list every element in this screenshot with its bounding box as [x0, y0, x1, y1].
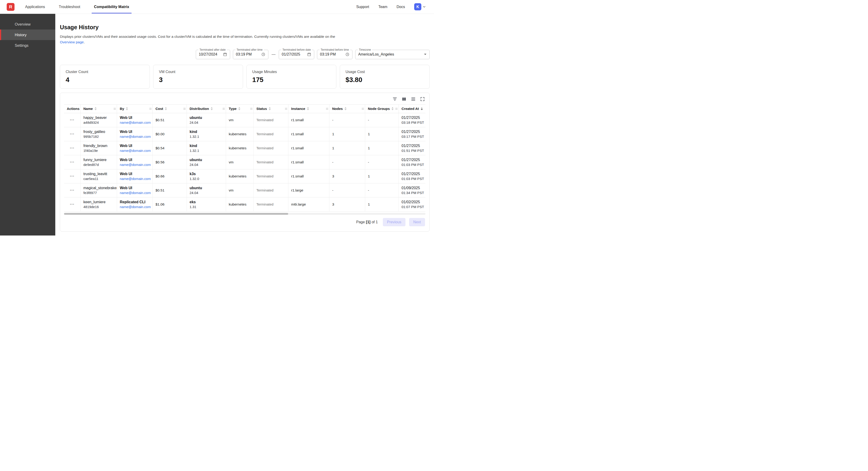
column-header[interactable]: Status: [254, 105, 288, 113]
column-resize-handle[interactable]: [114, 108, 116, 110]
created-by-email-link[interactable]: name@domain.com: [120, 205, 150, 209]
created-by-email-link[interactable]: name@domain.com: [120, 177, 150, 181]
column-header[interactable]: Nodes: [330, 105, 365, 113]
density-button[interactable]: [411, 96, 416, 101]
created-time: 01:51 PM PST: [402, 149, 426, 152]
column-header[interactable]: Cost: [153, 105, 187, 113]
column-header[interactable]: By: [117, 105, 153, 113]
stat-label: Usage Cost: [345, 70, 424, 74]
column-header[interactable]: Name: [81, 105, 117, 113]
chevron-down-icon[interactable]: [424, 54, 427, 55]
column-header[interactable]: Instance: [288, 105, 330, 113]
row-actions-button[interactable]: •••: [70, 160, 75, 164]
distribution-name: eks: [190, 200, 223, 204]
type-value: vm: [229, 118, 251, 122]
row-actions-button[interactable]: •••: [70, 118, 75, 122]
app-shell: R Applications Troubleshoot Compatibilit…: [0, 0, 434, 235]
nav-item-compatibility-matrix[interactable]: Compatibility Matrix: [92, 0, 131, 13]
filter-terminated-before-date[interactable]: Terminated before date 01/27/2025: [279, 50, 314, 59]
sort-icon: [344, 107, 347, 110]
column-header[interactable]: Type: [226, 105, 254, 113]
created-by-email-link[interactable]: name@domain.com: [120, 191, 150, 195]
scrollbar-thumb[interactable]: [64, 213, 288, 215]
sidebar-item-overview[interactable]: Overview: [0, 19, 55, 29]
row-actions-button[interactable]: •••: [70, 132, 75, 136]
table-row[interactable]: ••• friendly_brown 1f40a19e Web UI name@…: [64, 141, 426, 155]
nodes-value: 1: [332, 146, 362, 150]
columns-button[interactable]: [402, 96, 407, 101]
node-groups-value: -: [368, 160, 396, 164]
filter-bar: Terminated after date 10/27/2024 Termina…: [60, 50, 430, 59]
calendar-icon[interactable]: [307, 52, 311, 56]
column-resize-handle[interactable]: [395, 108, 398, 110]
cluster-name: funny_lumiere: [83, 158, 114, 162]
table-row[interactable]: ••• magical_stonebraker fe3f8977 Web UI …: [64, 183, 426, 198]
timezone-select[interactable]: Timezone America/Los_Angeles: [355, 50, 430, 59]
column-resize-handle[interactable]: [222, 108, 225, 110]
created-by-email-link[interactable]: name@domain.com: [120, 120, 150, 124]
filter-terminated-before-time[interactable]: Terminated before time 03:19 PM: [317, 50, 352, 59]
previous-button[interactable]: Previous: [383, 218, 405, 226]
stats-row: Cluster Count 4 VM Count 3 Usage Minutes…: [60, 65, 430, 89]
sort-icon: [125, 107, 128, 110]
table-row[interactable]: ••• happy_beaver a48d9324 Web UI name@do…: [64, 113, 426, 127]
table-row[interactable]: ••• frosty_galileo 995b7182 Web UI name@…: [64, 127, 426, 141]
distribution-name: ubuntu: [190, 158, 223, 162]
usage-table-card: Actions Name By Cost Distribution Type S…: [60, 93, 430, 232]
column-resize-handle[interactable]: [183, 108, 186, 110]
created-by-email-link[interactable]: name@domain.com: [120, 135, 150, 139]
nav-item-troubleshoot[interactable]: Troubleshoot: [56, 0, 83, 13]
nav-item-applications[interactable]: Applications: [23, 0, 47, 13]
primary-nav: Applications Troubleshoot Compatibility …: [23, 0, 131, 13]
column-resize-handle[interactable]: [149, 108, 152, 110]
next-button[interactable]: Next: [409, 218, 425, 226]
node-groups-value: 1: [368, 146, 396, 150]
calendar-icon[interactable]: [223, 52, 227, 56]
overview-page-link[interactable]: Overview page: [60, 40, 84, 44]
row-actions-button[interactable]: •••: [70, 146, 75, 150]
row-actions-button[interactable]: •••: [70, 188, 75, 192]
column-resize-handle[interactable]: [362, 108, 364, 110]
distribution-version: 24.04: [190, 163, 223, 167]
distribution-name: ubuntu: [190, 186, 223, 190]
table-row[interactable]: ••• funny_lumiere de9ed87d Web UI name@d…: [64, 155, 426, 169]
column-header[interactable]: Actions: [64, 105, 81, 113]
cluster-name: friendly_brown: [83, 144, 114, 148]
nav-link-team[interactable]: Team: [378, 5, 387, 9]
clock-icon[interactable]: [345, 52, 349, 56]
created-time: 03:17 PM PST: [402, 135, 426, 139]
cluster-id: 4819de16: [83, 205, 114, 209]
replicated-logo[interactable]: R: [7, 3, 14, 11]
column-header[interactable]: Node Groups: [365, 105, 399, 113]
sort-icon: [164, 107, 167, 110]
nav-link-support[interactable]: Support: [356, 5, 369, 9]
stat-label: VM Count: [159, 70, 237, 74]
created-by-email-link[interactable]: name@domain.com: [120, 149, 150, 152]
filter-terminated-after-date[interactable]: Terminated after date 10/27/2024: [196, 50, 230, 59]
user-menu[interactable]: K: [414, 3, 426, 10]
row-actions-button[interactable]: •••: [70, 174, 75, 178]
filter-field-label: Terminated after time: [236, 48, 264, 51]
created-by: Web UI: [120, 116, 150, 120]
filter-terminated-after-time[interactable]: Terminated after time 03:19 PM: [233, 50, 268, 59]
column-resize-handle[interactable]: [250, 108, 252, 110]
column-header[interactable]: Created At: [399, 105, 426, 113]
filter-button[interactable]: [392, 96, 397, 101]
table-row[interactable]: ••• keen_lumiere 4819de16 Replicated CLI…: [64, 198, 426, 211]
created-by-email-link[interactable]: name@domain.com: [120, 163, 150, 167]
nav-link-docs[interactable]: Docs: [397, 5, 405, 9]
column-resize-handle[interactable]: [326, 108, 328, 110]
table-row[interactable]: ••• trusting_leavitt cae5ea11 Web UI nam…: [64, 169, 426, 183]
column-resize-handle[interactable]: [285, 108, 287, 110]
horizontal-scrollbar[interactable]: [64, 213, 426, 215]
status-value: Terminated: [256, 118, 285, 122]
status-value: Terminated: [256, 146, 285, 150]
sidebar-item-history[interactable]: History: [0, 29, 55, 40]
sidebar-item-settings[interactable]: Settings: [0, 40, 55, 51]
fullscreen-button[interactable]: [420, 96, 425, 101]
column-header[interactable]: Distribution: [187, 105, 226, 113]
page-label: Page: [356, 220, 365, 224]
row-actions-button[interactable]: •••: [70, 203, 75, 206]
clock-icon[interactable]: [261, 52, 266, 56]
status-value: Terminated: [256, 160, 285, 164]
